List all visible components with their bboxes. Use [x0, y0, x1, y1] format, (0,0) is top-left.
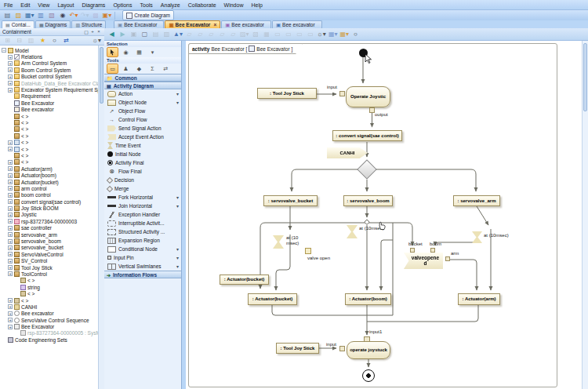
diagram-node[interactable] — [369, 107, 375, 113]
menu-item[interactable]: Collaborate — [184, 2, 220, 8]
palette-item[interactable]: Input Pin — [104, 253, 181, 262]
tree-expander-icon[interactable] — [8, 318, 13, 322]
tree-expander-icon[interactable] — [8, 186, 13, 191]
distribute-icon-4[interactable]: ▭ — [306, 30, 316, 38]
palette-item[interactable]: Send Signal Action — [104, 124, 181, 133]
diagram-node[interactable] — [410, 248, 415, 253]
tree-item[interactable]: < > — [0, 290, 99, 296]
tree-item[interactable]: Actuator(arm) — [0, 165, 99, 172]
forward-icon[interactable]: ▶ — [118, 30, 128, 38]
show-grid-icon[interactable]: ▦▾ — [328, 30, 339, 38]
tree-item[interactable]: < > — [0, 297, 99, 304]
canvas-scrollbar[interactable] — [582, 41, 588, 389]
diagram-node[interactable]: : Tool Joy Stick — [276, 343, 319, 354]
diagram-node[interactable]: : convert signal(sae control) — [332, 130, 402, 141]
tool-icon-1[interactable]: ▱ — [184, 30, 194, 38]
align-icon[interactable]: ▦ — [262, 30, 272, 38]
gear-icon[interactable]: ☼▾ — [317, 30, 327, 38]
grid-select-tool-icon[interactable]: ▦ — [133, 47, 145, 57]
tree-item[interactable]: Bee excavator — [0, 107, 99, 113]
menu-item[interactable]: Help — [247, 2, 266, 8]
palette-item[interactable]: Flow Final — [104, 167, 181, 176]
palette-item[interactable]: Control Flow — [104, 115, 181, 124]
diagram-canvas[interactable]: activity Bee Excavator [ Bee Excavator ] — [186, 41, 588, 389]
open-diagram-icon[interactable]: ▢ — [140, 30, 150, 38]
show-containment-icon[interactable]: ▣ — [129, 30, 139, 38]
gear-icon[interactable]: ☼▾ — [92, 36, 102, 45]
palette-item[interactable]: Vertical Swimlanes — [104, 262, 181, 271]
stamp-icon[interactable]: ▩ — [91, 11, 101, 20]
palette-item[interactable]: Fork Horizontal — [104, 193, 181, 202]
tree-expander-icon[interactable] — [8, 219, 13, 224]
collapse-all-icon[interactable]: ⊟ — [14, 36, 24, 45]
canvas-scrollbar-thumb[interactable] — [583, 43, 587, 111]
selection-more-icon[interactable]: ▾ — [147, 47, 158, 57]
tree-item[interactable]: rsp-83727364-00000005 : SysML::Req — [0, 330, 99, 336]
menu-item[interactable]: Tools — [136, 2, 157, 8]
tree-expander-icon[interactable] — [8, 265, 13, 270]
import-icon[interactable]: ▧ — [47, 11, 57, 20]
diagram-node[interactable]: : servovalve_arm — [453, 195, 500, 206]
tree-item[interactable]: Arm Control System — [0, 60, 99, 67]
zoom-search-icon[interactable]: ○ — [350, 30, 361, 38]
distribute-icon-1[interactable]: ▭ — [273, 30, 283, 38]
palette-item[interactable]: Time Event — [104, 141, 181, 150]
diagram-node[interactable]: : servovalve_bucket — [263, 195, 318, 206]
tree-item[interactable]: CANHI — [0, 304, 99, 310]
diagram-node[interactable] — [358, 160, 376, 179]
tree-expander-icon[interactable] — [8, 61, 13, 66]
diagram-node[interactable]: : Actuator(bucket) — [248, 293, 297, 305]
sticky-oval-tool-icon[interactable]: ▭ — [107, 64, 118, 74]
palette-item[interactable]: Accept Event Action — [104, 133, 181, 141]
palette-item[interactable]: Structured Activity ... — [104, 227, 181, 236]
diagram-node[interactable]: : servovalve_boom — [343, 195, 393, 206]
tree-expander-icon[interactable] — [8, 199, 13, 204]
undo-icon[interactable]: ↶▾ — [69, 11, 79, 20]
tree-expander-icon[interactable] — [8, 311, 13, 316]
tree-item[interactable]: < > — [0, 133, 99, 139]
redo-icon[interactable]: ↷▾ — [80, 11, 90, 20]
tree-item[interactable]: Bee Excavator — [0, 323, 99, 329]
tree-item[interactable]: < > — [0, 159, 99, 165]
tree-scrollbar[interactable] — [98, 45, 104, 389]
menu-item[interactable]: Diagrams — [78, 2, 109, 8]
menu-item[interactable]: Analyze — [157, 2, 184, 8]
zoom-tool-icon[interactable]: ◉ — [120, 47, 132, 57]
panel-tab[interactable]: ▦ Diagrams — [35, 20, 71, 28]
tree-expander-icon[interactable] — [8, 67, 13, 72]
menu-item[interactable]: Options — [109, 2, 136, 8]
tree-scrollbar-thumb[interactable] — [100, 47, 103, 104]
tree-expander-icon[interactable] — [8, 193, 13, 198]
menu-item[interactable]: Edit — [16, 2, 34, 8]
menu-item[interactable]: View — [34, 2, 53, 8]
palette-item[interactable]: Merge — [104, 184, 181, 193]
tree-expander-icon[interactable] — [8, 147, 13, 151]
tree-item[interactable]: DataHub_Data_Bee Excavator Class Di — [0, 80, 99, 86]
tree-item[interactable]: ServoValve Control Sequence — [0, 317, 99, 323]
group-icon[interactable]: ▧ — [251, 30, 261, 38]
tree-expander-icon[interactable] — [8, 75, 13, 79]
dependency-matrix-icon[interactable]: ▲▾ — [172, 30, 183, 38]
tree-item[interactable]: Bucket control System — [0, 74, 99, 80]
palette-item[interactable]: Expansion Region — [104, 236, 181, 245]
open-project-icon[interactable]: ▨ — [13, 11, 24, 20]
favorites-icon[interactable]: ★ — [38, 36, 48, 45]
tree-expander-icon[interactable] — [8, 206, 13, 211]
palette-item[interactable]: Action — [104, 89, 181, 98]
tree-expander-icon[interactable] — [8, 180, 13, 184]
tree-item[interactable]: Relations — [0, 53, 99, 60]
layout-icon[interactable]: ▨▾ — [239, 30, 250, 38]
diagram-node[interactable] — [445, 256, 450, 261]
tree-item[interactable]: Boom Control System — [0, 67, 99, 73]
tree-expander-icon[interactable] — [8, 213, 13, 217]
diagram-node[interactable]: Operate Joystic — [346, 86, 390, 107]
refresh-icon[interactable]: ⇄ — [61, 36, 71, 45]
tree-item[interactable]: sae controller — [0, 225, 99, 231]
document-tab[interactable]: ▣ Bee excavator — [221, 20, 271, 28]
tree-item[interactable]: arm control — [0, 185, 99, 191]
tool-icon-4[interactable]: ▱ — [217, 30, 227, 38]
panel-tab[interactable]: ▤ Contai... — [2, 20, 34, 28]
common-section-bar[interactable]: 📁Common — [104, 74, 181, 82]
tree-item[interactable]: servovalve_boom — [0, 238, 99, 244]
tree-expander-icon[interactable] — [8, 245, 13, 250]
